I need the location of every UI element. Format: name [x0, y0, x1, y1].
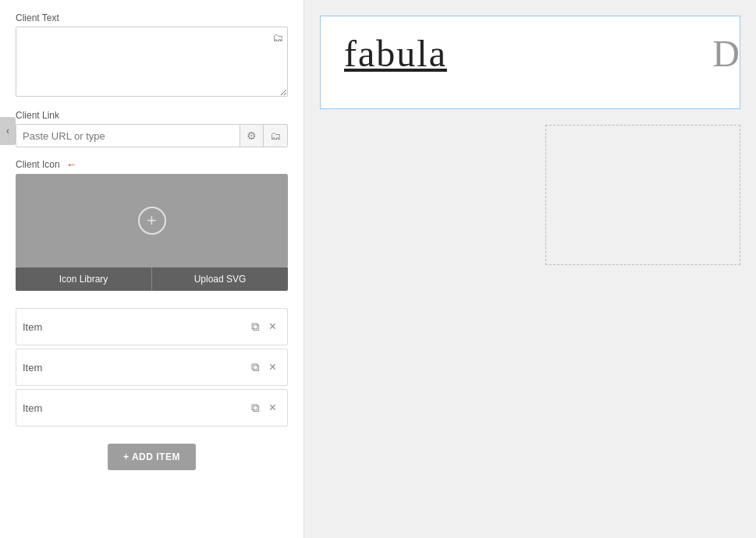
items-section: Item ⧉ × Item ⧉ × Item ⧉ × [16, 308, 288, 427]
chevron-left-icon: ‹ [6, 126, 9, 136]
right-panel: fabula D [304, 0, 756, 538]
list-item: Item ⧉ × [16, 389, 288, 427]
canvas-partial-char: D [712, 32, 740, 75]
close-icon: × [269, 401, 276, 415]
add-item-button[interactable]: + ADD ITEM [108, 444, 196, 470]
client-text-label: Client Text [16, 12, 288, 23]
item-copy-button[interactable]: ⧉ [247, 357, 264, 377]
item-label: Item [23, 362, 247, 373]
db-icon-link: 🗂 [270, 129, 281, 142]
client-link-row: ⚙ 🗂 [16, 124, 288, 147]
item-copy-button[interactable]: ⧉ [247, 317, 264, 337]
canvas-title: fabula [344, 32, 447, 75]
copy-icon: ⧉ [251, 401, 260, 415]
client-link-section: Client Link ⚙ 🗂 [16, 110, 288, 147]
client-icon-label: Client Icon ← [16, 158, 288, 171]
client-text-label-text: Client Text [16, 12, 59, 23]
client-link-label: Client Link [16, 110, 288, 121]
client-link-gear-button[interactable]: ⚙ [240, 125, 263, 147]
client-link-label-text: Client Link [16, 110, 59, 121]
arrow-icon: ← [66, 158, 77, 171]
icon-upload-footer: Icon Library Upload SVG [16, 267, 288, 291]
canvas-dashed-box [545, 125, 740, 265]
left-panel: Client Text 🗂 Client Link ⚙ 🗂 Client Ico… [0, 0, 304, 538]
item-copy-button[interactable]: ⧉ [247, 398, 264, 418]
item-delete-button[interactable]: × [264, 398, 281, 418]
close-icon: × [269, 360, 276, 374]
db-icon: 🗂 [272, 31, 283, 44]
upload-svg-button[interactable]: Upload SVG [152, 267, 288, 291]
client-link-db-button[interactable]: 🗂 [263, 125, 287, 147]
item-label: Item [23, 402, 247, 414]
client-link-input[interactable] [16, 126, 240, 147]
icon-library-button[interactable]: Icon Library [16, 267, 152, 291]
client-icon-label-text: Client Icon [16, 159, 60, 170]
copy-icon: ⧉ [251, 320, 260, 334]
icon-upload-plus: + [138, 207, 166, 235]
item-label: Item [23, 321, 247, 333]
list-item: Item ⧉ × [16, 308, 288, 345]
client-text-section: Client Text 🗂 [16, 12, 288, 99]
copy-icon: ⧉ [251, 360, 260, 374]
icon-upload-area[interactable]: + [16, 174, 288, 267]
canvas-header-box: fabula D [320, 16, 740, 109]
gear-icon: ⚙ [247, 129, 257, 142]
client-text-db-button[interactable]: 🗂 [271, 30, 285, 45]
item-delete-button[interactable]: × [264, 357, 281, 377]
list-item: Item ⧉ × [16, 349, 288, 386]
canvas-area: fabula D [304, 0, 756, 538]
client-icon-section: Client Icon ← + Icon Library Upload SVG [16, 158, 288, 291]
collapse-panel-button[interactable]: ‹ [0, 117, 16, 145]
item-delete-button[interactable]: × [264, 317, 281, 337]
client-text-input[interactable] [16, 27, 288, 97]
close-icon: × [269, 320, 276, 334]
